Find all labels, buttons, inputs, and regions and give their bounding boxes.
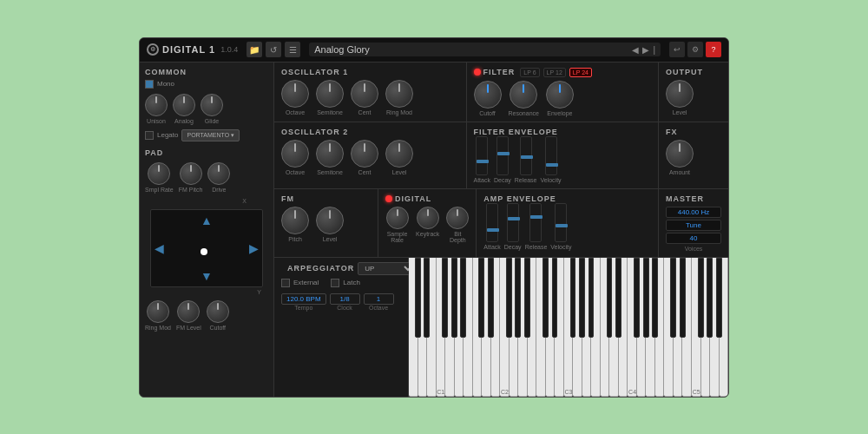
piano-black-key[interactable] (442, 258, 448, 339)
piano-black-key[interactable] (451, 258, 457, 339)
output-level-knob[interactable] (666, 80, 694, 108)
filter-attack-slider[interactable] (476, 136, 488, 175)
piano-keyboard[interactable] (409, 258, 728, 397)
piano-black-key[interactable] (589, 258, 595, 339)
osc1-ringmod-knob[interactable] (385, 80, 413, 108)
piano-black-key[interactable] (552, 258, 558, 339)
filter-cutoff-knob[interactable] (474, 81, 502, 108)
arp-octave-value[interactable]: 1 (364, 293, 394, 305)
fm-pitch-grp: Pitch (281, 207, 309, 242)
xy-y-label: Y (257, 289, 261, 295)
arp-external-row: External (281, 279, 319, 287)
osc1-cent-knob[interactable] (351, 80, 378, 108)
next-preset-button[interactable]: ▶ (642, 45, 649, 55)
settings-button[interactable]: ⚙ (687, 42, 703, 57)
pad-section: PAD Smpl Rate FM Pitch Drive (145, 148, 268, 331)
piano-black-key[interactable] (488, 258, 494, 339)
digital-bitdepth-knob[interactable] (446, 207, 469, 229)
piano-black-key[interactable] (716, 258, 722, 339)
piano-black-key[interactable] (478, 258, 484, 339)
folder-button[interactable]: 📁 (247, 42, 262, 57)
arp-external-checkbox[interactable] (281, 279, 290, 287)
fm-pitch-lbl: Pitch (288, 236, 302, 242)
piano-black-key[interactable] (415, 258, 421, 339)
amp-attack-slider[interactable] (486, 203, 498, 242)
arp-clock-value[interactable]: 1/8 (330, 293, 360, 305)
amp-release-slider[interactable] (529, 203, 542, 242)
unison-knob[interactable] (145, 94, 168, 116)
arp-piano-row: ARPEGGIATOR UPDOWNUP/DOWNRANDOM External (274, 258, 728, 397)
filter-lp24-btn[interactable]: LP 24 (569, 68, 592, 77)
common-knob-row: Unison Analog Glide (145, 94, 268, 124)
xy-dot (201, 248, 207, 255)
osc2-level-knob[interactable] (385, 140, 413, 168)
smpl-rate-knob[interactable] (148, 162, 170, 185)
digital-power-indicator (385, 195, 392, 202)
piano-black-key[interactable] (515, 258, 521, 339)
digital-keytrack-knob[interactable] (417, 207, 439, 229)
fm-pitch-knob[interactable] (180, 162, 202, 185)
xy-pad[interactable]: ▲ ▼ ◀ ▶ (150, 209, 263, 287)
prev-preset-button[interactable]: ◀ (632, 45, 639, 55)
portamento-button[interactable]: PORTAMENTO ▾ (181, 129, 240, 141)
top-row: OSCILLATOR 1 Octave Semitone Cent (274, 62, 728, 122)
piano-black-key[interactable] (524, 258, 530, 339)
piano-black-key[interactable] (506, 258, 512, 339)
legato-checkbox[interactable] (145, 131, 154, 140)
fx-amount-knob[interactable] (666, 140, 694, 168)
piano-black-key[interactable] (542, 258, 549, 339)
osc1-octave-knob[interactable] (281, 80, 309, 108)
mono-label: Mono (157, 80, 174, 88)
piano-black-key[interactable] (570, 258, 576, 339)
arp-direction-select[interactable]: UPDOWNUP/DOWNRANDOM (358, 262, 416, 275)
piano-black-key[interactable] (680, 258, 686, 339)
undo-button[interactable]: ↩ (669, 42, 685, 57)
fm-section: FM Pitch Level (274, 189, 378, 257)
piano-black-key[interactable] (652, 258, 658, 339)
logo-icon: ⚙ (147, 43, 159, 56)
piano-black-key[interactable] (424, 258, 430, 339)
filter-envelope-knob[interactable] (546, 81, 574, 108)
osc2-cent-group: Cent (351, 140, 378, 175)
osc2-semitone-knob[interactable] (316, 140, 344, 168)
record-button[interactable]: ? (706, 42, 721, 57)
filter-lp12-btn[interactable]: LP 12 (543, 68, 566, 77)
piano-black-key[interactable] (615, 258, 621, 339)
piano-black-key[interactable] (607, 258, 613, 339)
osc2-octave-knob[interactable] (281, 140, 309, 168)
fmlevel-knob[interactable] (177, 300, 200, 323)
mono-checkbox[interactable] (145, 80, 154, 89)
amp-decay-slider[interactable] (507, 203, 519, 242)
filter-resonance-knob[interactable] (510, 81, 537, 108)
filter-decay-thumb (497, 152, 510, 155)
piano-black-key[interactable] (460, 258, 466, 339)
analog-knob[interactable] (173, 94, 195, 116)
menu-button[interactable]: ☰ (285, 42, 300, 57)
piano-black-key[interactable] (698, 258, 704, 339)
filter-release-slider[interactable] (520, 136, 532, 175)
piano-black-key[interactable] (643, 258, 649, 339)
piano-black-key[interactable] (634, 258, 640, 339)
fx-amount-label: Amount (669, 169, 690, 175)
drive-knob[interactable] (207, 162, 230, 185)
filter-env-label: FILTER ENVELOPE (474, 128, 652, 136)
fm-level-knob[interactable] (316, 207, 344, 234)
piano-black-key[interactable] (707, 258, 713, 339)
filter-velocity-slider[interactable] (545, 136, 557, 175)
piano-black-key[interactable] (579, 258, 585, 339)
arp-latch-checkbox[interactable] (331, 279, 339, 287)
arp-tempo-value[interactable]: 120.0 BPM (281, 293, 326, 305)
unison-knob-group: Unison (145, 94, 168, 124)
glide-knob[interactable] (201, 94, 223, 116)
filter-decay-slider[interactable] (496, 136, 509, 175)
digital-samplerate-knob[interactable] (386, 207, 409, 229)
osc2-cent-knob[interactable] (351, 140, 378, 168)
osc1-semitone-knob[interactable] (316, 80, 344, 108)
cutoff2-knob[interactable] (207, 300, 229, 323)
ringmod-knob[interactable] (147, 300, 169, 323)
fm-pitch-knob2[interactable] (281, 207, 309, 234)
amp-velocity-slider[interactable] (555, 203, 567, 242)
piano-black-key[interactable] (670, 258, 676, 339)
refresh-button[interactable]: ↺ (266, 42, 281, 57)
filter-lp6-btn[interactable]: LP 6 (520, 68, 539, 77)
